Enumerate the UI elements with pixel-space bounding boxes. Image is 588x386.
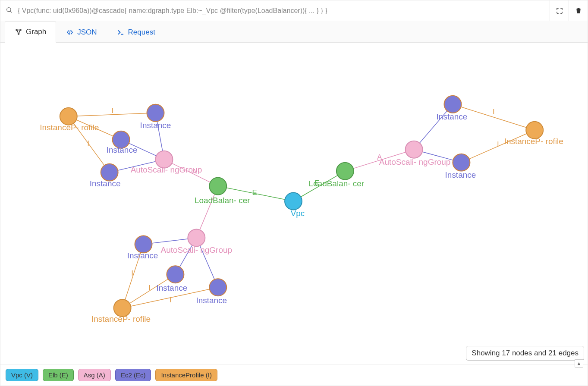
graph-icon [15, 28, 22, 36]
graph-edge [218, 186, 293, 201]
tab-graph[interactable]: Graph [5, 21, 56, 43]
query-text[interactable]: { Vpc(func: uid(0x960a))@cascade{ name:d… [18, 7, 550, 15]
graph-node[interactable] [113, 131, 130, 148]
legend-pill[interactable]: Ec2 (Ec) [115, 369, 151, 381]
legend-pill[interactable]: Elb (E) [43, 369, 74, 381]
delete-button[interactable] [569, 0, 588, 21]
graph-edge [345, 150, 414, 171]
graph-edge [123, 274, 176, 308]
graph-canvas[interactable]: EEAAIIIIIIIVpcLoadBalan- cerLoadBalan- c… [0, 43, 588, 364]
graph-node[interactable] [209, 279, 226, 296]
graph-edge [461, 130, 535, 163]
query-bar: { Vpc(func: uid(0x960a))@cascade{ name:d… [0, 0, 588, 21]
graph-node[interactable] [147, 104, 164, 122]
graph-edge [69, 116, 110, 173]
graph-node[interactable] [209, 178, 226, 195]
graph-node-label: Instance [437, 112, 468, 121]
tab-request[interactable]: Request [107, 21, 165, 43]
graph-edge-label: I [493, 108, 495, 116]
tab-label: Request [128, 28, 155, 37]
svg-point-2 [16, 29, 17, 31]
graph-node-label: AutoScali- ngGroup [161, 245, 233, 254]
tab-label: Graph [26, 28, 46, 36]
graph-node[interactable] [155, 151, 173, 168]
panel-expand-handle[interactable]: ▲ [575, 359, 583, 368]
graph-node-label: Instance [196, 296, 227, 305]
tab-label: JSON [77, 28, 97, 37]
graph-node-label: Vpc [291, 209, 305, 218]
graph-node[interactable] [336, 163, 354, 180]
legend-pill[interactable]: Vpc (V) [6, 369, 38, 381]
graph-node-label: Instance [157, 283, 188, 292]
graph-node[interactable] [167, 266, 184, 283]
graph-node-label: LoadBalan- cer [195, 196, 250, 205]
json-icon [66, 28, 74, 36]
graph-edge [69, 113, 156, 116]
tab-json[interactable]: JSON [56, 21, 107, 43]
graph-node[interactable] [444, 96, 461, 113]
svg-point-3 [20, 29, 21, 31]
graph-node[interactable] [101, 164, 118, 181]
expand-button[interactable] [550, 0, 569, 21]
svg-point-4 [18, 33, 19, 35]
graph-edge-label: E [314, 179, 319, 187]
graph-svg[interactable]: EEAAIIIIIIIVpcLoadBalan- cerLoadBalan- c… [0, 43, 588, 364]
graph-node[interactable] [285, 193, 302, 210]
request-icon [117, 28, 125, 36]
graph-node-label: Instance [140, 121, 171, 130]
graph-edge-label: I [497, 140, 499, 148]
graph-node[interactable] [188, 229, 205, 246]
graph-edge-label: E [252, 188, 257, 197]
graph-node[interactable] [526, 122, 543, 139]
legend-pill[interactable]: InstanceProfile (I) [155, 369, 217, 381]
graph-node-label: Instance [445, 170, 476, 179]
legend-footer: ▲ Vpc (V)Elb (E)Asg (A)Ec2 (Ec)InstanceP… [0, 364, 588, 386]
status-badge: Showing 17 nodes and 21 edges [466, 346, 584, 361]
graph-edge [123, 244, 144, 308]
svg-line-1 [10, 11, 12, 13]
svg-point-0 [7, 7, 11, 11]
graph-edge [453, 104, 535, 130]
graph-edge [123, 287, 218, 308]
legend-pill[interactable]: Asg (A) [78, 369, 111, 381]
graph-node[interactable] [453, 154, 470, 171]
graph-node-label: LoadBalan- cer [309, 179, 365, 188]
graph-node-label: AutoScali- ngGroup [379, 157, 451, 166]
search-icon [0, 6, 18, 15]
graph-node[interactable] [114, 299, 131, 317]
graph-edge-label: I [111, 107, 113, 115]
tabs: Graph JSON Request [0, 21, 588, 43]
graph-node[interactable] [135, 235, 152, 253]
graph-node[interactable] [406, 141, 423, 158]
graph-node[interactable] [60, 108, 77, 125]
